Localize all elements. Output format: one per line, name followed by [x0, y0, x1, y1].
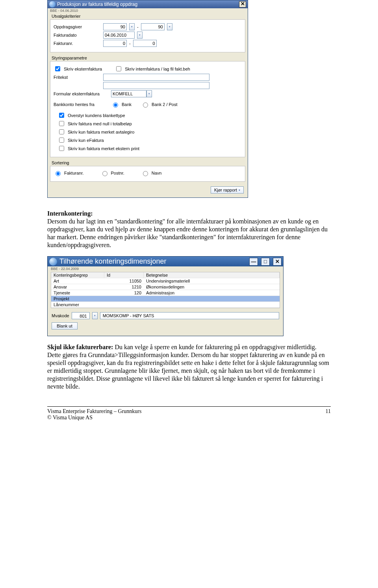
radio-sort-navn-label: Navn — [152, 171, 162, 175]
mvakode-row: Mvakode 801 ▾ MOMSKOMP - HØY SATS — [48, 309, 283, 320]
table-row[interactable]: Art 11050 Undervisningsmateriell — [51, 278, 280, 284]
para2-heading: Skjul ikke fakturerbare: — [47, 344, 113, 350]
titlebar-2: Tilhørende konteringsdimensjoner — □ ✕ — [48, 257, 283, 266]
run-report-label: Kjør rapport — [214, 188, 237, 192]
minimize-button[interactable]: — — [249, 258, 258, 266]
fakturadato-label: Fakturadato — [54, 33, 101, 37]
blank-ut-button[interactable]: Blank ut — [52, 322, 78, 329]
window-title: Produksjon av faktura tilfeldig oppdrag — [57, 2, 237, 7]
cb-avtale-label: Skriv kun faktura merket avtalegiro — [68, 130, 134, 134]
cb-internfaktura-label: Skriv internfaktura / lag fil fakt.beh — [125, 67, 190, 71]
para2-text: Du kan velge å sperre en kunde for faktu… — [47, 344, 329, 390]
formular-label: Formular eksternfaktura — [54, 91, 109, 96]
dash: - — [129, 41, 131, 46]
window-title-2: Tilhørende konteringsdimensjoner — [59, 257, 246, 266]
cb-null-label: Skriv faktura med null i totalbeløp — [68, 121, 132, 126]
chevron-down-icon: ▾ — [239, 188, 240, 192]
fritekst-input-2[interactable] — [103, 82, 209, 89]
fritekst-input-1[interactable] — [103, 74, 209, 81]
fakturanr-to-input[interactable] — [133, 40, 157, 47]
cb-overstyr[interactable] — [59, 113, 64, 118]
close-button-2[interactable]: ✕ — [273, 258, 282, 266]
cb-eksternprint-label: Skriv kun faktura merket ekstern print — [68, 146, 139, 151]
cb-eksternprint[interactable] — [59, 146, 64, 151]
dropdown-icon[interactable]: ▾ — [167, 23, 172, 30]
table-row-selected[interactable]: Prosjekt — [51, 296, 280, 302]
mvakode-label: Mvakode — [52, 313, 69, 318]
para1-heading: Internkontering: — [47, 210, 93, 217]
radio-bank-label: Bank — [122, 102, 132, 107]
group-utvalgskriterier: Oppdragsgiver ▾ - ▾ Fakturadato ▾ Faktur… — [50, 19, 245, 52]
dialog-produksjon-faktura: Produksjon av faktura tilfeldig oppdrag … — [47, 0, 248, 198]
group-styringsparametre: Skriv eksternfaktura Skriv internfaktura… — [50, 61, 245, 157]
titlebar: Produksjon av faktura tilfeldig oppdrag … — [48, 0, 248, 8]
group-styring-label: Styringsparametre — [48, 55, 248, 60]
oppdragsgiver-from-input[interactable] — [103, 23, 127, 30]
mvakode-input[interactable]: 801 — [72, 312, 90, 319]
group-sortering: Fakturanr. Postnr. Navn — [50, 166, 245, 182]
mvakode-text: MOMSKOMP - HØY SATS — [100, 312, 279, 319]
cb-overstyr-label: Overstyr kundens blankettype — [68, 113, 125, 118]
fakturadato-input[interactable] — [103, 32, 135, 39]
para-internkontering: Internkontering: Dersom du har lagt inn … — [47, 210, 331, 249]
para1-text: Dersom du har lagt inn en "standardkonte… — [47, 218, 328, 248]
sub-header-2: BBE - 22.04.2009 — [48, 266, 283, 271]
dropdown-icon[interactable]: ▾ — [146, 90, 152, 97]
page-footer: Visma Enterprise Fakturering – Grunnkurs… — [47, 406, 331, 421]
table-row[interactable]: Tjeneste 120 Administrasjon — [51, 290, 280, 296]
para-skjul-ikke-fakturerbare: Skjul ikke fakturerbare: Du kan velge å … — [47, 343, 331, 391]
col-header: Betegnelse — [144, 272, 280, 278]
app-icon — [49, 258, 57, 266]
cb-eksternfaktura-label: Skriv eksternfaktura — [64, 67, 102, 71]
cb-internfaktura[interactable] — [116, 66, 121, 71]
dialog-tilhorende-konteringsdimensjoner: Tilhørende konteringsdimensjoner — □ ✕ B… — [47, 256, 284, 336]
fakturanr-label: Fakturanr. — [54, 41, 101, 46]
radio-sort-postnr[interactable] — [102, 171, 107, 176]
kontering-table: Konteringsbegrep Id Betegnelse Art 11050… — [51, 272, 280, 308]
cb-eksternfaktura[interactable] — [55, 66, 60, 71]
group-sort-label: Sortering — [48, 160, 248, 165]
radio-sort-fakturanr-label: Fakturanr. — [64, 171, 84, 175]
radio-sort-navn[interactable] — [143, 171, 148, 176]
page-number: 11 — [326, 408, 331, 421]
dash: - — [137, 24, 139, 29]
radio-sort-fakturanr[interactable] — [56, 171, 61, 176]
col-header: Id — [104, 272, 144, 278]
table-header-row: Konteringsbegrep Id Betegnelse — [51, 272, 280, 278]
oppdragsgiver-to-input[interactable] — [141, 23, 165, 30]
group-utvalg-label: Utvalgskriterier — [48, 13, 248, 19]
dropdown-icon[interactable]: ▾ — [137, 32, 143, 39]
oppdragsgiver-label: Oppdragsgiver — [54, 24, 101, 29]
run-report-button[interactable]: Kjør rapport ▾ — [211, 186, 244, 194]
dropdown-icon[interactable]: ▾ — [92, 312, 98, 319]
fritekst-label: Fritekst — [54, 75, 101, 80]
fakturanr-from-input[interactable] — [103, 40, 127, 47]
cb-null[interactable] — [59, 121, 64, 126]
table-row[interactable]: Lånenummer — [51, 302, 280, 308]
formular-select[interactable]: KOMFELL — [111, 90, 146, 97]
maximize-button[interactable]: □ — [261, 258, 270, 266]
bankkonto-label: Bankkonto hentes fra — [54, 102, 109, 107]
app-icon — [49, 1, 56, 7]
sub-header: BBE - 04.06.2010 — [48, 8, 248, 13]
close-button[interactable]: ✕ — [239, 1, 246, 7]
radio-bank2[interactable] — [143, 102, 148, 108]
footer-line1: Visma Enterprise Fakturering – Grunnkurs — [47, 408, 141, 415]
cb-avtale[interactable] — [59, 129, 64, 134]
dropdown-icon[interactable]: ▾ — [129, 23, 135, 30]
radio-sort-postnr-label: Postnr. — [111, 171, 124, 175]
cb-efaktura-label: Skriv kun eFaktura — [68, 138, 104, 143]
table-row[interactable]: Ansvar 1210 Økonomiavdelingen — [51, 284, 280, 290]
cb-efaktura[interactable] — [59, 138, 64, 143]
footer-line2: © Visma Unique AS — [47, 415, 141, 421]
radio-bank2-label: Bank 2 / Post — [152, 102, 177, 107]
blank-ut-label: Blank ut — [57, 324, 72, 328]
radio-bank[interactable] — [113, 102, 118, 108]
col-header: Konteringsbegrep — [51, 272, 104, 278]
